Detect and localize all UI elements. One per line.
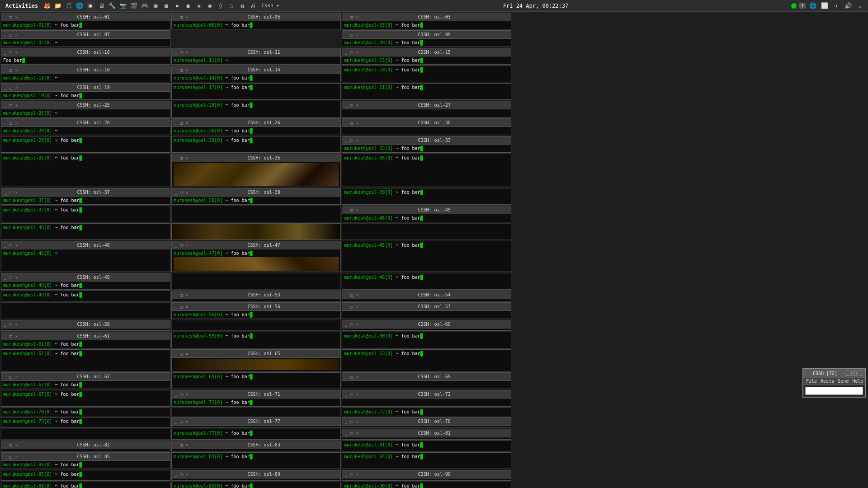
minimize-btn-osl-65[interactable]: _	[174, 352, 178, 356]
body-osl-39[interactable]: murukesh@osl-39[0] ~ foo bar█	[342, 188, 511, 204]
body-osl-70[interactable]: murukesh@osl-70[0] ~ foo bar█	[1, 408, 170, 416]
close-btn-osl-38[interactable]: ✕	[185, 190, 189, 195]
terminal-osl-67b[interactable]: murukesh@osl-67[0] ~ foo bar█	[1, 390, 170, 407]
terminal-osl-83b[interactable]: murukesh@osl-83[0] ~ foo bar█	[171, 452, 341, 469]
terminal-osl-27[interactable]: _□✕CSSH: osl-27	[342, 101, 511, 117]
maximize-btn-osl-09[interactable]: □	[349, 33, 354, 37]
terminal-osl-31[interactable]: murukesh@osl-31[0] ~ foo bar█	[1, 154, 170, 187]
close-btn-osl-58[interactable]: ✕	[14, 322, 19, 327]
app7-icon[interactable]: ◊	[216, 1, 225, 10]
app5-icon[interactable]: ◈	[194, 1, 203, 10]
close-btn-osl-03[interactable]: ✕	[355, 15, 359, 19]
terminal-osl-53[interactable]: _□✕CSSH: osl-53	[171, 291, 341, 301]
terminal-osl-11[interactable]: _□✕CSSH: osl-11 murukesh@osl-11[0] ~	[171, 48, 341, 65]
minimize-btn-osl-27[interactable]: _	[344, 103, 348, 108]
minimize-btn-osl-47[interactable]: _	[174, 243, 178, 248]
minimize-btn-osl-81[interactable]: _	[344, 431, 348, 436]
terminal-osl-71[interactable]: _□✕CSSH: osl-71 murukesh@osl-71[0] ~ foo…	[171, 390, 341, 407]
terminal-osl-07[interactable]: _□✕CSSH: osl-07 murukesh@osl-07[0] ~	[1, 30, 170, 47]
terminal-osl-73[interactable]: murukesh@osl-73[0] ~ foo bar█	[1, 417, 170, 428]
terminal-osl-81[interactable]: _□✕CSSH: osl-81	[342, 429, 511, 440]
body-osl-15[interactable]: murukesh@osl-15[0] ~ foo bar█	[342, 56, 511, 64]
maximize-btn-osl-60[interactable]: □	[349, 322, 354, 327]
minimize-btn-osl-69[interactable]: _	[344, 375, 348, 379]
cssh-maximize-btn[interactable]: □	[851, 371, 857, 376]
maximize-btn-osl-01[interactable]: □	[9, 15, 13, 19]
maximize-btn-osl-35[interactable]: □	[179, 156, 183, 160]
maximize-btn-osl-71[interactable]: □	[179, 392, 183, 397]
terminal-osl-84[interactable]: murukesh@osl-84[0] ~ foo bar█	[342, 452, 511, 469]
terminal-osl-03[interactable]: _□✕CSSH: osl-03 murukesh@osl-03[0] ~ foo…	[342, 13, 511, 29]
close-btn-osl-77[interactable]: ✕	[185, 419, 189, 424]
settings-tray-icon[interactable]: ⌄	[855, 1, 864, 10]
body-osl-21[interactable]: murukesh@osl-21[0] ~ foo bar█	[342, 84, 511, 99]
minimize-btn-osl-83[interactable]: _	[174, 443, 178, 447]
maximize-btn-osl-89[interactable]: □	[179, 472, 183, 477]
terminal-osl-82[interactable]: _□✕CSSH: osl-82	[1, 441, 170, 451]
body-osl-71[interactable]: murukesh@osl-71[0] ~ foo bar█	[172, 399, 340, 406]
body-osl-54[interactable]	[342, 299, 511, 301]
body-osl-90[interactable]	[342, 479, 511, 480]
minimize-btn-osl-46[interactable]: _	[3, 243, 7, 248]
body-osl-45b[interactable]: murukesh@osl-45[0] ~ foo bar█	[342, 241, 511, 272]
body-osl-72b[interactable]: murukesh@osl-72[0] ~ foo bar█	[342, 408, 511, 416]
terminal-osl-37[interactable]: _□✕CSSH: osl-37 murukesh@osl-37[0] ~ foo…	[1, 188, 170, 205]
body-osl-27[interactable]	[342, 109, 511, 117]
minimize-btn-osl-14[interactable]: _	[174, 68, 178, 72]
minimize-btn-osl-05[interactable]: _	[174, 15, 178, 19]
terminal-osl-46[interactable]: _□✕CSSH: osl-46 murukesh@osl-46[0] ~	[1, 241, 170, 272]
cssh-menu-help[interactable]: Help	[852, 379, 863, 384]
maximize-btn-osl-90[interactable]: □	[349, 472, 354, 477]
minimize-btn-osl-53[interactable]: _	[174, 293, 178, 297]
maximize-btn-osl-05[interactable]: □	[179, 15, 183, 19]
terminal-osl-26[interactable]: _□✕CSSH: osl-26 murukesh@osl-26[0] ~ foo…	[171, 118, 341, 135]
maximize-btn-osl-11[interactable]: □	[179, 50, 183, 55]
body-osl-89b[interactable]: murukesh@osl-89[0] ~ foo bar█	[172, 482, 340, 488]
terminal-osl-16[interactable]: _□✕CSSH: osl-16 murukesh@osl-16[0] ~	[1, 66, 170, 82]
close-btn-osl-67[interactable]: ✕	[14, 375, 19, 379]
close-btn-osl-53[interactable]: ✕	[185, 293, 189, 297]
terminal-osl-39[interactable]: murukesh@osl-39[0] ~ foo bar█	[342, 188, 511, 205]
body-osl-17[interactable]: murukesh@osl-17[0] ~ foo bar█	[172, 84, 340, 99]
terminal-osl-28b[interactable]: murukesh@osl-28[0] ~ foo bar█	[1, 136, 170, 153]
body-osl-46[interactable]: murukesh@osl-46[0] ~	[1, 249, 170, 272]
close-btn-osl-61[interactable]: ✕	[14, 334, 19, 338]
body-osl-65[interactable]	[172, 358, 340, 371]
body-osl-58[interactable]	[1, 328, 170, 330]
minimize-btn-osl-72[interactable]: _	[344, 392, 348, 397]
body-osl-77b[interactable]: murukesh@osl-77[0] ~ foo bar█	[172, 429, 340, 439]
maximize-btn-osl-19[interactable]: □	[9, 85, 13, 90]
close-btn-osl-54[interactable]: ✕	[355, 293, 359, 297]
terminal-osl-83[interactable]: _□✕CSSH: osl-83	[171, 441, 341, 451]
close-btn-osl-30[interactable]: ✕	[355, 121, 359, 125]
terminal-osl-38[interactable]: _□✕CSSH: osl-38 murukesh@osl-38[0] ~ foo…	[171, 188, 341, 205]
terminal-osl-35[interactable]: _□✕CSSH: osl-35	[171, 154, 341, 187]
terminal-osl-33[interactable]: _□✕CSSH: osl-33 murukesh@osl-33[0] ~ foo…	[342, 136, 511, 153]
terminal-osl-40[interactable]: murukesh@osl-40[0] ~ foo bar█	[1, 223, 170, 240]
minimize-btn-osl-71[interactable]: _	[174, 392, 178, 397]
cssh-menu-file[interactable]: File	[806, 379, 817, 384]
close-btn-osl-28[interactable]: ✕	[14, 121, 19, 125]
body-osl-28[interactable]: murukesh@osl-28[0] ~	[1, 127, 170, 135]
minimize-btn-osl-58[interactable]: _	[3, 322, 7, 327]
body-osl-28b[interactable]: murukesh@osl-28[0] ~ foo bar█	[1, 136, 170, 152]
body-osl-67b[interactable]: murukesh@osl-67[0] ~ foo bar█	[1, 390, 170, 406]
maximize-btn-osl-46[interactable]: □	[9, 243, 13, 248]
minimize-btn-osl-03[interactable]: _	[344, 15, 348, 19]
terminal-osl-88[interactable]: murukesh@osl-88[0] ~ foo bar█	[1, 482, 170, 488]
terminal-osl-20[interactable]: murukesh@osl-20[0] ~ foo bar█	[171, 101, 341, 117]
maximize-btn-osl-14[interactable]: □	[179, 68, 183, 72]
camera-icon[interactable]: 📷	[118, 1, 127, 10]
maximize-btn-osl-37[interactable]: □	[9, 190, 13, 195]
maximize-btn-osl-38[interactable]: □	[179, 190, 183, 195]
close-btn-osl-25[interactable]: ✕	[14, 103, 19, 108]
maximize-btn-osl-83[interactable]: □	[179, 443, 183, 447]
body-osl-81b[interactable]: murukesh@osl-81[0] ~ foo bar█	[342, 441, 511, 451]
cssh-minimize-btn[interactable]: _	[845, 371, 850, 376]
body-osl-53[interactable]	[172, 299, 340, 301]
body-osl-30[interactable]	[342, 127, 511, 135]
close-btn-osl-05[interactable]: ✕	[185, 15, 189, 19]
maximize-btn-osl-78[interactable]: □	[349, 419, 354, 424]
body-osl-31[interactable]: murukesh@osl-31[0] ~ foo bar█	[1, 154, 170, 187]
body-osl-56[interactable]: murukesh@osl-56[0] ~ foo bar█	[172, 311, 340, 319]
